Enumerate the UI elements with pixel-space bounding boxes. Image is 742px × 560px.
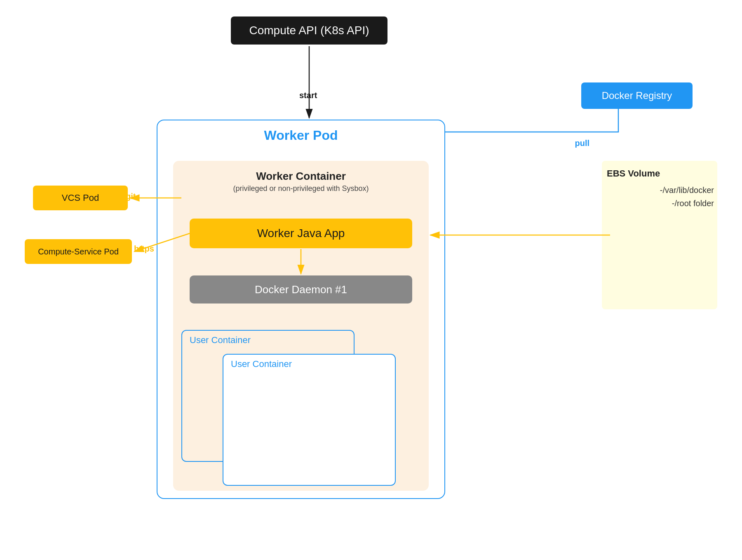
compute-api-label: Compute API (K8s API) — [249, 24, 369, 37]
vcs-pod-box: VCS Pod — [33, 186, 128, 210]
pull-arrow-label: pull — [575, 139, 589, 148]
worker-java-app-box: Worker Java App — [190, 219, 412, 248]
vcs-pod-label: VCS Pod — [62, 193, 99, 203]
ebs-volume-title: EBS Volume — [607, 168, 714, 179]
docker-daemon-label: Docker Daemon #1 — [255, 283, 347, 296]
docker-registry-label: Docker Registry — [602, 90, 672, 101]
compute-service-pod-label: Compute-Service Pod — [38, 247, 119, 256]
diagram: Compute API (K8s API) Docker Registry Wo… — [0, 0, 742, 560]
ebs-volume-line1: -/var/lib/docker — [660, 186, 714, 195]
ebs-volume-box — [602, 161, 717, 309]
worker-container-main-title: Worker Container — [173, 170, 429, 183]
https-arrow-label: https — [134, 244, 154, 254]
worker-pod-title: Worker Pod — [157, 128, 445, 143]
docker-daemon-box: Docker Daemon #1 — [190, 275, 412, 304]
worker-container-sub-title: (privileged or non-privileged with Sysbo… — [173, 184, 429, 193]
user-container-2-label: User Container — [231, 359, 292, 369]
user-container-2-box — [223, 354, 396, 486]
worker-java-app-label: Worker Java App — [257, 227, 345, 240]
docker-registry-box: Docker Registry — [581, 82, 693, 109]
compute-api-box: Compute API (K8s API) — [231, 16, 387, 45]
ebs-volume-line2: -/root folder — [672, 199, 714, 208]
worker-container-title: Worker Container (privileged or non-priv… — [173, 170, 429, 193]
start-arrow-label: start — [299, 91, 317, 100]
compute-service-pod-box: Compute-Service Pod — [25, 239, 132, 264]
git-arrow-label: git — [126, 192, 136, 201]
user-container-1-label: User Container — [190, 335, 251, 346]
